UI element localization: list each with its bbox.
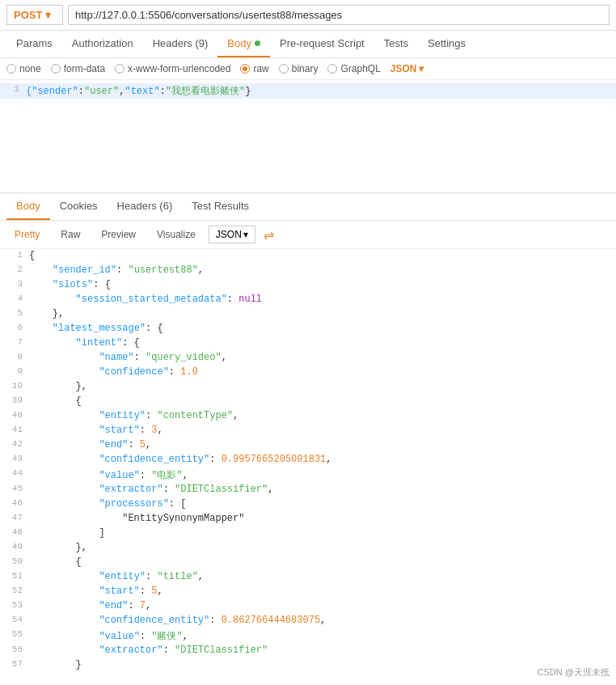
response-line: 1{	[0, 249, 616, 264]
resp-tab-headers[interactable]: Headers (6)	[108, 193, 183, 220]
option-graphql[interactable]: GraphQL	[327, 63, 380, 74]
response-line: 55 "value": "赌侠",	[0, 628, 616, 644]
tab-settings[interactable]: Settings	[418, 31, 475, 57]
method-label: POST	[14, 9, 42, 21]
response-line: 52 "start": 5,	[0, 585, 616, 599]
response-line: 6 "latest_message": {	[0, 322, 616, 336]
watermark: CSDN @天涯未抵	[538, 666, 610, 679]
tab-pre-request[interactable]: Pre-request Script	[270, 31, 374, 57]
wrap-icon[interactable]: ⇌	[264, 227, 274, 243]
response-line: 39 {	[0, 395, 616, 409]
option-form-data[interactable]: form-data	[51, 63, 105, 74]
url-input[interactable]	[68, 5, 610, 25]
tab-headers[interactable]: Headers (9)	[143, 31, 218, 57]
response-line: 4 "session_started_metadata": null	[0, 293, 616, 307]
response-line: 44 "value": "电影",	[0, 467, 616, 483]
response-line: 41 "start": 3,	[0, 424, 616, 438]
response-line: 40 "entity": "contentType",	[0, 409, 616, 424]
radio-urlencoded	[115, 64, 124, 74]
pretty-btn[interactable]: Pretty	[6, 226, 48, 243]
radio-raw	[240, 64, 250, 74]
body-options: none form-data x-www-form-urlencoded raw…	[0, 58, 616, 80]
json-dropdown-arrow: ▾	[419, 63, 424, 74]
option-binary[interactable]: binary	[279, 63, 319, 74]
resp-tab-body[interactable]: Body	[6, 193, 50, 220]
method-select[interactable]: POST ▾	[6, 5, 63, 25]
response-line: 10 },	[0, 380, 616, 395]
response-body: 1{2 "sender_id": "usertest88",3 "slots":…	[0, 249, 616, 678]
response-line: 42 "end": 5,	[0, 438, 616, 453]
radio-none	[6, 64, 16, 74]
response-line: 3 "slots": {	[0, 278, 616, 293]
radio-form-data	[51, 64, 61, 74]
tab-body[interactable]: Body	[217, 31, 270, 57]
option-urlencoded[interactable]: x-www-form-urlencoded	[115, 63, 230, 74]
response-line: 45 "extractor": "DIETClassifier",	[0, 483, 616, 497]
response-line: 43 "confidence_entity": 0.99576652050018…	[0, 453, 616, 467]
raw-btn[interactable]: Raw	[53, 226, 88, 243]
response-line: 46 "processors": [	[0, 497, 616, 512]
response-toolbar: Pretty Raw Preview Visualize JSON ▾ ⇌	[0, 221, 616, 249]
response-line: 49 },	[0, 541, 616, 556]
response-line: 51 "entity": "title",	[0, 570, 616, 585]
response-line: 47 "EntitySynonymMapper"	[0, 512, 616, 526]
response-line: 53 "end": 7,	[0, 599, 616, 614]
body-active-dot	[255, 40, 260, 46]
resp-tab-cookies[interactable]: Cookies	[50, 193, 108, 220]
json-type-dropdown[interactable]: JSON ▾	[390, 63, 424, 74]
response-line: 5 },	[0, 307, 616, 322]
url-bar: POST ▾	[0, 0, 616, 31]
response-line: 56 "extractor": "DIETClassifier"	[0, 644, 616, 658]
tab-params[interactable]: Params	[6, 31, 62, 57]
response-line: 9 "confidence": 1.0	[0, 366, 616, 380]
req-body-line: 1 {"sender":"user","text":"我想看电影赌侠"}	[0, 83, 616, 99]
response-tabs: Body Cookies Headers (6) Test Results	[0, 193, 616, 221]
response-line: 50 {	[0, 556, 616, 570]
radio-binary	[279, 64, 289, 74]
request-tabs: Params Authorization Headers (9) Body Pr…	[0, 31, 616, 58]
radio-graphql	[327, 64, 337, 74]
resp-tab-test-results[interactable]: Test Results	[182, 193, 259, 220]
tab-tests[interactable]: Tests	[374, 31, 418, 57]
response-line: 7 "intent": {	[0, 336, 616, 351]
response-line: 2 "sender_id": "usertest88",	[0, 264, 616, 278]
resp-json-arrow: ▾	[243, 229, 248, 240]
method-dropdown-icon: ▾	[45, 9, 51, 21]
response-line: 54 "confidence_entity": 0.86276644468307…	[0, 614, 616, 628]
option-none[interactable]: none	[6, 63, 41, 74]
resp-json-dropdown[interactable]: JSON ▾	[209, 226, 255, 243]
option-raw[interactable]: raw	[240, 63, 268, 74]
response-line: 57 }	[0, 658, 616, 673]
tab-authorization[interactable]: Authorization	[62, 31, 143, 57]
preview-btn[interactable]: Preview	[93, 226, 144, 243]
response-line: 48 ]	[0, 526, 616, 541]
response-line: 8 "name": "query_video",	[0, 351, 616, 366]
request-body-editor[interactable]: 1 {"sender":"user","text":"我想看电影赌侠"}	[0, 80, 616, 193]
visualize-btn[interactable]: Visualize	[149, 226, 204, 243]
